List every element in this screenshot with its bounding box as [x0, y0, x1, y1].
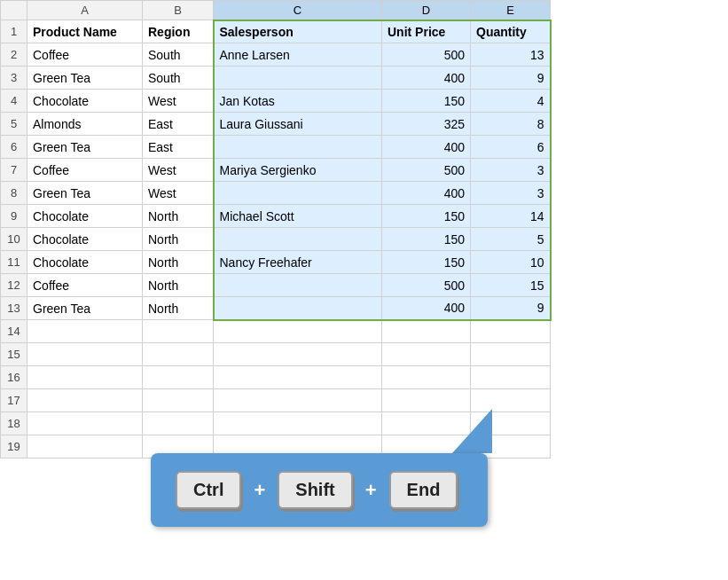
cell-A1[interactable]: Product Name: [27, 20, 143, 43]
cell-B11[interactable]: North: [143, 251, 214, 274]
row-num-19[interactable]: 19: [1, 435, 27, 459]
cell-A7[interactable]: Coffee: [27, 159, 143, 182]
cell-B6[interactable]: East: [143, 136, 214, 159]
cell-B17[interactable]: [143, 389, 214, 412]
cell-D16[interactable]: [382, 366, 471, 389]
cell-E8[interactable]: 3: [471, 182, 551, 205]
cell-A4[interactable]: Chocolate: [27, 90, 143, 113]
cell-C12[interactable]: [214, 274, 382, 297]
cell-C2[interactable]: Anne Larsen: [214, 43, 382, 67]
cell-E10[interactable]: 5: [471, 228, 551, 251]
row-num-9[interactable]: 9: [1, 205, 27, 228]
cell-C3[interactable]: [214, 67, 382, 90]
cell-C14[interactable]: [214, 320, 382, 343]
cell-D13[interactable]: 400: [382, 297, 471, 320]
row-num-13[interactable]: 13: [1, 297, 27, 320]
row-num-1[interactable]: 1: [1, 20, 27, 43]
cell-A12[interactable]: Coffee: [27, 274, 143, 297]
cell-B9[interactable]: North: [143, 205, 214, 228]
cell-B13[interactable]: North: [143, 297, 214, 320]
cell-C13[interactable]: [214, 297, 382, 320]
row-num-5[interactable]: 5: [1, 113, 27, 136]
col-header-B[interactable]: B: [143, 1, 214, 20]
row-num-10[interactable]: 10: [1, 228, 27, 251]
row-num-17[interactable]: 17: [1, 389, 27, 412]
cell-E5[interactable]: 8: [471, 113, 551, 136]
cell-B18[interactable]: [143, 412, 214, 435]
row-num-15[interactable]: 15: [1, 343, 27, 366]
cell-B12[interactable]: North: [143, 274, 214, 297]
row-num-11[interactable]: 11: [1, 251, 27, 274]
cell-B14[interactable]: [143, 320, 214, 343]
cell-A5[interactable]: Almonds: [27, 113, 143, 136]
cell-A9[interactable]: Chocolate: [27, 205, 143, 228]
cell-D11[interactable]: 150: [382, 251, 471, 274]
cell-B15[interactable]: [143, 343, 214, 366]
cell-C11[interactable]: Nancy Freehafer: [214, 251, 382, 274]
row-num-6[interactable]: 6: [1, 136, 27, 159]
cell-D14[interactable]: [382, 320, 471, 343]
cell-A3[interactable]: Green Tea: [27, 67, 143, 90]
row-num-18[interactable]: 18: [1, 412, 27, 435]
cell-B3[interactable]: South: [143, 67, 214, 90]
cell-E14[interactable]: [471, 320, 551, 343]
shift-key[interactable]: Shift: [278, 471, 352, 509]
cell-C16[interactable]: [214, 366, 382, 389]
cell-D12[interactable]: 500: [382, 274, 471, 297]
row-num-3[interactable]: 3: [1, 67, 27, 90]
cell-C9[interactable]: Michael Scott: [214, 205, 382, 228]
cell-E15[interactable]: [471, 343, 551, 366]
row-num-16[interactable]: 16: [1, 366, 27, 389]
row-num-12[interactable]: 12: [1, 274, 27, 297]
row-num-14[interactable]: 14: [1, 320, 27, 343]
cell-C10[interactable]: [214, 228, 382, 251]
cell-A10[interactable]: Chocolate: [27, 228, 143, 251]
cell-D9[interactable]: 150: [382, 205, 471, 228]
ctrl-key[interactable]: Ctrl: [176, 471, 241, 509]
cell-D4[interactable]: 150: [382, 90, 471, 113]
cell-E18[interactable]: [471, 412, 551, 435]
cell-A19[interactable]: [27, 435, 143, 459]
cell-D3[interactable]: 400: [382, 67, 471, 90]
cell-E12[interactable]: 15: [471, 274, 551, 297]
cell-D10[interactable]: 150: [382, 228, 471, 251]
col-header-E[interactable]: E: [471, 1, 551, 20]
cell-C17[interactable]: [214, 389, 382, 412]
cell-E6[interactable]: 6: [471, 136, 551, 159]
cell-C7[interactable]: Mariya Sergienko: [214, 159, 382, 182]
cell-C18[interactable]: [214, 412, 382, 435]
cell-B16[interactable]: [143, 366, 214, 389]
cell-A8[interactable]: Green Tea: [27, 182, 143, 205]
cell-D15[interactable]: [382, 343, 471, 366]
cell-E13[interactable]: 9: [471, 297, 551, 320]
cell-E3[interactable]: 9: [471, 67, 551, 90]
end-key[interactable]: End: [389, 471, 458, 509]
row-num-2[interactable]: 2: [1, 43, 27, 67]
cell-D8[interactable]: 400: [382, 182, 471, 205]
cell-E7[interactable]: 3: [471, 159, 551, 182]
cell-E16[interactable]: [471, 366, 551, 389]
row-num-4[interactable]: 4: [1, 90, 27, 113]
cell-B8[interactable]: West: [143, 182, 214, 205]
cell-D1[interactable]: Unit Price: [382, 20, 471, 43]
cell-A2[interactable]: Coffee: [27, 43, 143, 67]
col-header-C[interactable]: C: [214, 1, 382, 20]
cell-B10[interactable]: North: [143, 228, 214, 251]
cell-E17[interactable]: [471, 389, 551, 412]
cell-E2[interactable]: 13: [471, 43, 551, 67]
col-header-D[interactable]: D: [382, 1, 471, 20]
cell-C1[interactable]: Salesperson: [214, 20, 382, 43]
cell-D5[interactable]: 325: [382, 113, 471, 136]
cell-E9[interactable]: 14: [471, 205, 551, 228]
col-header-A[interactable]: A: [27, 1, 143, 20]
row-num-7[interactable]: 7: [1, 159, 27, 182]
cell-D7[interactable]: 500: [382, 159, 471, 182]
cell-A16[interactable]: [27, 366, 143, 389]
cell-E1[interactable]: Quantity: [471, 20, 551, 43]
cell-E11[interactable]: 10: [471, 251, 551, 274]
cell-B5[interactable]: East: [143, 113, 214, 136]
cell-A13[interactable]: Green Tea: [27, 297, 143, 320]
cell-D18[interactable]: [382, 412, 471, 435]
cell-A15[interactable]: [27, 343, 143, 366]
cell-A6[interactable]: Green Tea: [27, 136, 143, 159]
